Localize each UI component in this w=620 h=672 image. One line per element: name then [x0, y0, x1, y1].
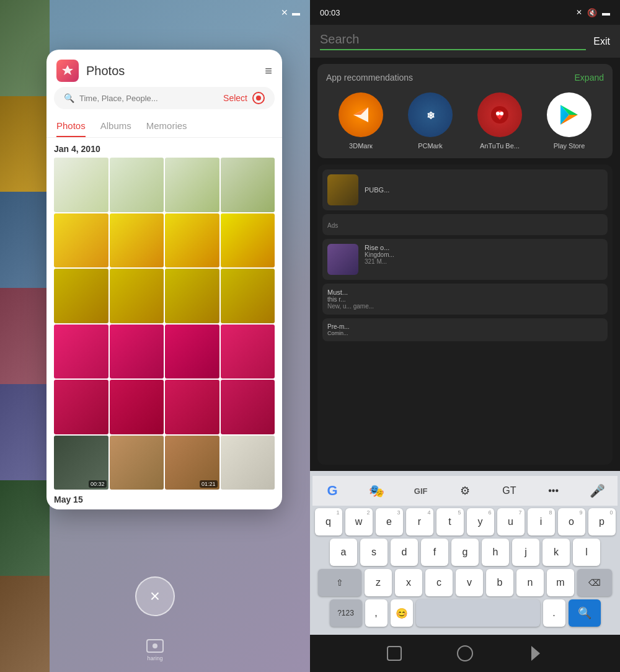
status-bar-right: 00:03 ✕ 🔇 ▬ [310, 0, 620, 25]
key-y[interactable]: 6y [467, 508, 494, 535]
feed-card-3[interactable]: Must... this r... New, u... game... [322, 284, 608, 315]
key-d[interactable]: d [391, 539, 418, 566]
nav-square-icon[interactable] [387, 646, 402, 661]
photo-cell[interactable] [165, 158, 219, 212]
status-icons-right: ✕ 🔇 ▬ [576, 8, 610, 17]
space-key[interactable] [416, 599, 540, 627]
exit-button[interactable]: Exit [593, 36, 610, 47]
key-q[interactable]: 1q [315, 508, 342, 535]
more-button[interactable]: ••• [541, 480, 566, 502]
menu-icon[interactable]: ≡ [265, 64, 272, 78]
key-e[interactable]: 3e [376, 508, 403, 535]
key-w[interactable]: 2w [345, 508, 373, 535]
photo-cell[interactable] [54, 325, 108, 379]
svg-text:❄: ❄ [427, 110, 435, 121]
photo-cell[interactable]: 00:32 [54, 436, 108, 490]
key-o[interactable]: 9o [558, 508, 585, 535]
photo-cell[interactable] [221, 213, 275, 268]
nav-circle-icon[interactable] [457, 645, 473, 661]
search-input-right[interactable] [320, 32, 586, 50]
photo-cell[interactable] [110, 213, 164, 268]
photo-cell[interactable] [221, 269, 275, 323]
photos-title: Photos [86, 64, 257, 78]
key-h[interactable]: h [482, 539, 509, 566]
tab-memories[interactable]: Memories [146, 115, 187, 137]
feed-card-ads: Ads [322, 214, 608, 235]
search-area[interactable]: Exit [310, 25, 620, 58]
photo-cell[interactable] [110, 436, 164, 490]
expand-button[interactable]: Expand [575, 73, 604, 83]
photo-cell[interactable] [221, 158, 275, 212]
translate-button[interactable]: GT [497, 480, 521, 502]
photo-cell[interactable] [110, 158, 164, 212]
search-input[interactable] [79, 94, 218, 103]
key-b[interactable]: b [486, 569, 513, 596]
bottom-nav-left: haring [0, 629, 310, 672]
photo-cell[interactable] [54, 269, 108, 323]
key-n[interactable]: n [516, 569, 544, 596]
gif-button[interactable]: GIF [409, 480, 433, 502]
close-button[interactable]: × [135, 576, 175, 616]
date-label-1: Jan 4, 2010 [46, 138, 282, 158]
keyboard-row-4: ?123 , 😊 . 🔍 [312, 599, 618, 627]
google-g-button[interactable]: G [320, 480, 345, 502]
mic-button[interactable]: 🎤 [585, 480, 610, 502]
key-u[interactable]: 7u [497, 508, 525, 535]
photo-cell[interactable] [165, 380, 219, 434]
key-r[interactable]: 4r [406, 508, 433, 535]
key-a[interactable]: a [330, 539, 357, 566]
app-item-3dmark[interactable]: 3DMarк [339, 92, 383, 150]
sticker-button[interactable]: 🎭 [364, 480, 389, 502]
key-f[interactable]: f [421, 539, 448, 566]
period-key[interactable]: . [543, 599, 565, 627]
key-i[interactable]: 8i [528, 508, 555, 535]
comma-key[interactable]: , [365, 599, 388, 627]
photo-cell[interactable] [110, 269, 164, 323]
backspace-key[interactable]: ⌫ [577, 569, 612, 596]
tab-photos[interactable]: Photos [56, 115, 86, 137]
key-p[interactable]: 0p [588, 508, 616, 535]
feed-card-1[interactable]: PUBG... [322, 169, 608, 210]
key-c[interactable]: c [425, 569, 453, 596]
tab-albums[interactable]: Albums [100, 115, 131, 137]
photo-cell[interactable] [110, 325, 164, 379]
key-x[interactable]: x [395, 569, 422, 596]
key-s[interactable]: s [360, 539, 388, 566]
photo-cell[interactable] [221, 325, 275, 379]
background-photos [0, 0, 50, 672]
key-t[interactable]: 5t [436, 508, 464, 535]
key-k[interactable]: k [542, 539, 570, 566]
feed-card-2[interactable]: Rise o... Kingdom... 321 M... [322, 239, 608, 280]
photo-cell[interactable] [221, 436, 275, 490]
photos-search-bar[interactable]: 🔍 Select [54, 87, 275, 109]
photo-cell[interactable] [221, 380, 275, 434]
video-duration: 01:21 [200, 480, 218, 488]
key-m[interactable]: m [547, 569, 574, 596]
select-button[interactable]: Select [223, 93, 247, 103]
photo-cell[interactable] [165, 269, 219, 323]
photo-cell[interactable] [54, 213, 108, 268]
photo-cell[interactable] [54, 380, 108, 434]
app-item-antutu[interactable]: AnTuTu Be... [477, 92, 522, 150]
emoji-key[interactable]: 😊 [391, 599, 413, 627]
photo-cell[interactable] [165, 325, 219, 379]
photo-cell[interactable]: 01:21 [165, 436, 219, 490]
key-g[interactable]: g [451, 539, 479, 566]
photo-cell[interactable] [54, 158, 108, 212]
app-item-pcmark[interactable]: ❄ PCMark [408, 92, 453, 150]
nav-back-icon[interactable] [531, 646, 540, 661]
key-j[interactable]: j [512, 539, 539, 566]
key-v[interactable]: v [456, 569, 483, 596]
photo-cell[interactable] [165, 213, 219, 268]
photo-grid: 00:32 01:21 [46, 158, 282, 490]
shift-key[interactable]: ⇧ [318, 569, 361, 596]
rec-header: App recommendations Expand [326, 73, 604, 83]
search-key[interactable]: 🔍 [569, 599, 601, 627]
settings-button[interactable]: ⚙ [453, 480, 477, 502]
close-icon-right: ✕ [576, 8, 582, 17]
photo-cell[interactable] [110, 380, 164, 434]
num-key[interactable]: ?123 [330, 599, 362, 627]
app-item-playstore[interactable]: Play Store [547, 92, 591, 150]
key-l[interactable]: l [573, 539, 600, 566]
key-z[interactable]: z [365, 569, 392, 596]
